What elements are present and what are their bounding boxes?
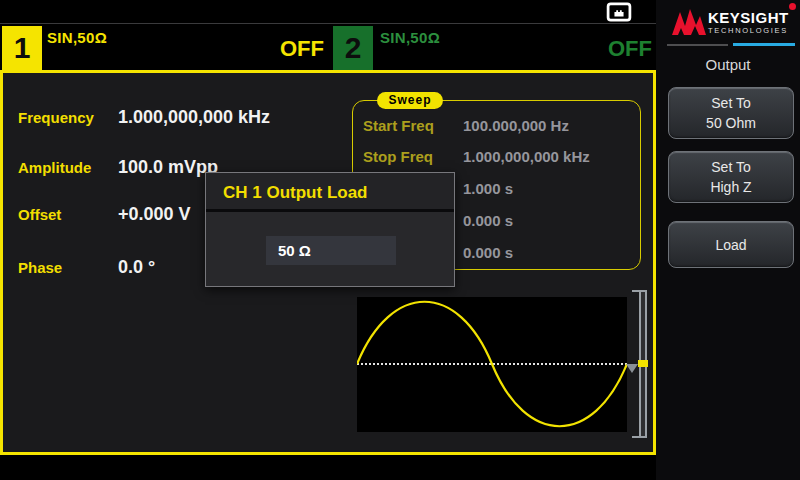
offset-value: +0.000 V (118, 204, 191, 225)
amplitude-value: 100.0 mVpp (118, 157, 218, 178)
load-button[interactable]: Load (668, 221, 794, 268)
set-to-highz-line1: Set To (711, 157, 750, 177)
brand-name: KEYSIGHT (708, 9, 789, 26)
output-load-input[interactable] (266, 236, 396, 265)
offset-label: Offset (18, 206, 118, 223)
phase-row[interactable]: Phase 0.0 ° (18, 257, 155, 278)
channel1-tab[interactable]: 1 (2, 26, 42, 70)
set-to-highz-button[interactable]: Set To High Z (668, 151, 794, 203)
channel1-waveform-label: SIN,50Ω (47, 29, 107, 46)
softkey-menu-title: Output (656, 56, 800, 73)
keysight-spark-icon (670, 7, 708, 37)
amplitude-row[interactable]: Amplitude 100.0 mVpp (18, 157, 218, 178)
sweep-start-freq-row[interactable]: Start Freq 100.000,000 Hz (363, 117, 633, 134)
softkey-sidebar: KEYSIGHT TECHNOLOGIES Output Set To 50 O… (656, 0, 800, 480)
status-bar (0, 0, 656, 24)
divider-gray (667, 44, 728, 46)
sweep-badge: Sweep (377, 92, 443, 109)
power-indicator-dot (789, 3, 796, 10)
channel2-output-state: OFF (606, 36, 652, 62)
hold-time-value: 0.000 s (463, 212, 513, 229)
output-load-dialog: CH 1 Output Load (205, 172, 455, 287)
set-to-50ohm-line2: 50 Ohm (706, 113, 756, 133)
scrollbar-thumb[interactable] (638, 360, 648, 367)
sweep-stop-freq-row[interactable]: Stop Freq 1.000,000,000 kHz (363, 148, 633, 165)
channel2-waveform-label: SIN,50Ω (380, 29, 440, 46)
frequency-row[interactable]: Frequency 1.000,000,000 kHz (18, 107, 270, 128)
phase-value: 0.0 ° (118, 257, 155, 278)
waveform-scrollbar[interactable] (629, 290, 651, 438)
divider-cyan (733, 43, 795, 46)
return-time-value: 0.000 s (463, 244, 513, 261)
offset-row[interactable]: Offset +0.000 V (18, 204, 191, 225)
channel-tab-row: 1 SIN,50Ω OFF 2 SIN,50Ω OFF (0, 25, 656, 70)
scroll-down-arrow-icon[interactable] (626, 364, 638, 373)
sweep-time-value: 1.000 s (463, 180, 513, 197)
amplitude-label: Amplitude (18, 159, 118, 176)
frequency-value: 1.000,000,000 kHz (118, 107, 270, 128)
dialog-title: CH 1 Output Load (206, 173, 454, 212)
set-to-50ohm-button[interactable]: Set To 50 Ohm (668, 87, 794, 139)
frequency-label: Frequency (18, 109, 118, 126)
stop-freq-value: 1.000,000,000 kHz (463, 148, 590, 165)
lan-icon (606, 2, 632, 22)
start-freq-value: 100.000,000 Hz (463, 117, 569, 134)
scrollbar-bottom-cap (632, 436, 647, 438)
load-line1: Load (715, 235, 746, 255)
waveform-preview (357, 297, 627, 432)
set-to-highz-line2: High Z (710, 177, 751, 197)
brand-subtitle: TECHNOLOGIES (708, 26, 788, 35)
set-to-50ohm-line1: Set To (711, 93, 750, 113)
sine-wave-icon (357, 297, 627, 432)
channel2-tab[interactable]: 2 (333, 26, 373, 70)
start-freq-label: Start Freq (363, 117, 463, 134)
stop-freq-label: Stop Freq (363, 148, 463, 165)
channel1-output-state: OFF (278, 36, 324, 62)
phase-label: Phase (18, 259, 118, 276)
